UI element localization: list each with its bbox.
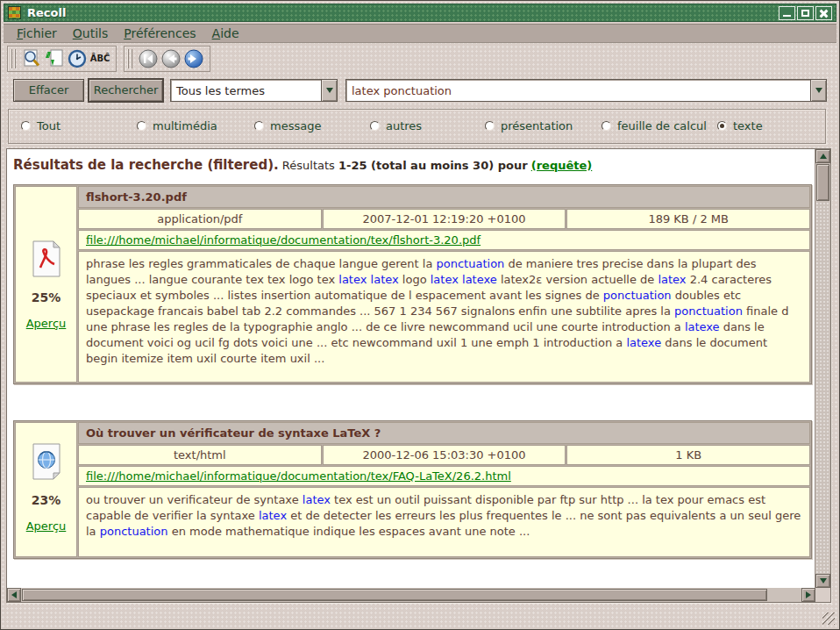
radio-icon bbox=[602, 121, 611, 131]
radio-icon bbox=[717, 121, 727, 131]
category-filter-group: Tout multimédia message autres présentat… bbox=[8, 109, 826, 144]
chevron-down-icon[interactable] bbox=[321, 80, 337, 101]
radio-tout[interactable]: Tout bbox=[21, 119, 61, 132]
result-1-side: 25% Aperçu bbox=[15, 186, 77, 383]
scroll-down-icon[interactable] bbox=[815, 574, 830, 588]
result-snippet: phrase les regles grammaticales de chaqu… bbox=[78, 251, 810, 383]
result-size: 1 KB bbox=[566, 445, 810, 465]
first-page-icon[interactable] bbox=[137, 47, 160, 70]
sort-params-icon[interactable] bbox=[43, 47, 66, 70]
radio-icon bbox=[254, 121, 264, 131]
result-snippet: ou trouver un verificateur de syntaxe la… bbox=[78, 487, 810, 557]
horizontal-scrollbar-thumb[interactable] bbox=[22, 589, 767, 601]
preview-link[interactable]: Aperçu bbox=[26, 519, 67, 533]
radio-message[interactable]: message bbox=[254, 119, 321, 132]
vertical-scrollbar[interactable] bbox=[815, 149, 830, 588]
toolbar: ÂBĈ bbox=[4, 44, 836, 73]
toolbar-handle[interactable] bbox=[11, 49, 17, 68]
radio-icon bbox=[137, 121, 146, 131]
results-title: Résultats de la recherche (filtered). bbox=[13, 157, 279, 173]
results-list: Résultats de la recherche (filtered). Ré… bbox=[7, 149, 815, 588]
minimize-icon bbox=[779, 7, 794, 19]
pdf-icon bbox=[30, 240, 63, 278]
radio-icon bbox=[485, 121, 495, 131]
radio-icon bbox=[21, 121, 31, 131]
result-2-side: 23% Aperçu bbox=[15, 422, 77, 557]
recoll-window: Recoll Fichier Outils Préférences Aide bbox=[0, 0, 840, 630]
result-meta: application/pdf 2007-12-01 12:19:20 +010… bbox=[78, 209, 810, 229]
radio-texte[interactable]: texte bbox=[717, 119, 763, 132]
result-url-row: file:///home/michael/informatique/docume… bbox=[78, 466, 810, 486]
status-bar bbox=[4, 604, 836, 626]
vertical-scrollbar-thumb[interactable] bbox=[816, 164, 829, 201]
search-input[interactable]: latex ponctuation bbox=[345, 79, 827, 102]
results-header: Résultats de la recherche (filtered). Ré… bbox=[13, 157, 811, 173]
result-url-link[interactable]: file:///home/michael/informatique/docume… bbox=[86, 469, 511, 483]
search-button[interactable]: Rechercher bbox=[89, 79, 163, 102]
history-icon[interactable] bbox=[66, 47, 89, 70]
result-url-row: file:///home/michael/informatique/docume… bbox=[78, 230, 810, 250]
horizontal-scrollbar[interactable] bbox=[7, 588, 815, 602]
next-page-icon[interactable] bbox=[182, 47, 205, 70]
menu-outils[interactable]: Outils bbox=[65, 25, 116, 42]
advanced-search-icon[interactable] bbox=[20, 47, 43, 70]
clear-button[interactable]: Effacer bbox=[13, 79, 84, 102]
toolgroup-tools: ÂBĈ bbox=[7, 46, 117, 72]
results-frame: Résultats de la recherche (filtered). Ré… bbox=[6, 148, 831, 603]
search-query-value: latex ponctuation bbox=[346, 84, 810, 97]
maximize-button[interactable] bbox=[797, 6, 814, 20]
result-item-2: 23% Aperçu Où trouver un vérificateur de… bbox=[13, 420, 812, 559]
result-mime: text/html bbox=[78, 445, 322, 465]
result-mime: application/pdf bbox=[78, 209, 322, 229]
result-item-1: 25% Aperçu flshort-3.20.pdf application/… bbox=[13, 184, 812, 384]
menu-bar: Fichier Outils Préférences Aide bbox=[4, 24, 836, 43]
scroll-right-icon[interactable] bbox=[801, 588, 815, 602]
result-title: flshort-3.20.pdf bbox=[78, 186, 810, 208]
chevron-down-icon[interactable] bbox=[810, 80, 826, 101]
result-date: 2000-12-06 15:03:30 +0100 bbox=[323, 445, 566, 465]
scroll-up-icon[interactable] bbox=[815, 149, 830, 163]
radio-autres[interactable]: autres bbox=[370, 119, 422, 132]
query-link[interactable]: (requête) bbox=[531, 159, 593, 172]
result-title: Où trouver un vérificateur de syntaxe La… bbox=[78, 422, 810, 444]
html-icon bbox=[30, 442, 63, 481]
radio-feuille-de-calcul[interactable]: feuille de calcul bbox=[602, 119, 707, 132]
resize-grip[interactable] bbox=[822, 612, 835, 625]
result-date: 2007-12-01 12:19:20 +0100 bbox=[323, 209, 566, 229]
term-explorer-icon[interactable]: ÂBĈ bbox=[89, 47, 111, 70]
radio-presentation[interactable]: présentation bbox=[485, 119, 573, 132]
close-button[interactable] bbox=[815, 6, 832, 20]
app-icon bbox=[8, 6, 21, 19]
search-mode-value: Tous les termes bbox=[171, 84, 321, 97]
prev-page-icon[interactable] bbox=[160, 47, 182, 70]
toolbar-handle[interactable] bbox=[127, 49, 133, 68]
menu-aide[interactable]: Aide bbox=[204, 25, 247, 42]
scroll-left-icon[interactable] bbox=[7, 588, 21, 602]
maximize-icon bbox=[798, 7, 813, 19]
radio-icon bbox=[370, 121, 380, 131]
minimize-button[interactable] bbox=[779, 6, 795, 20]
menu-preferences[interactable]: Préférences bbox=[116, 25, 203, 42]
relevance-badge: 25% bbox=[32, 290, 61, 304]
radio-multimedia[interactable]: multimédia bbox=[137, 119, 217, 132]
result-url-link[interactable]: file:///home/michael/informatique/docume… bbox=[86, 233, 481, 247]
menu-fichier[interactable]: Fichier bbox=[9, 25, 65, 42]
result-meta: text/html 2000-12-06 15:03:30 +0100 1 KB bbox=[78, 445, 810, 465]
preview-link[interactable]: Aperçu bbox=[26, 317, 67, 330]
relevance-badge: 23% bbox=[32, 493, 61, 507]
close-icon bbox=[816, 7, 831, 19]
search-mode-select[interactable]: Tous les termes bbox=[170, 79, 338, 102]
result-size: 189 KB / 2 MB bbox=[566, 209, 810, 229]
window-title: Recoll bbox=[27, 6, 66, 19]
toolgroup-navigation bbox=[124, 46, 210, 72]
title-bar[interactable]: Recoll bbox=[4, 4, 836, 22]
